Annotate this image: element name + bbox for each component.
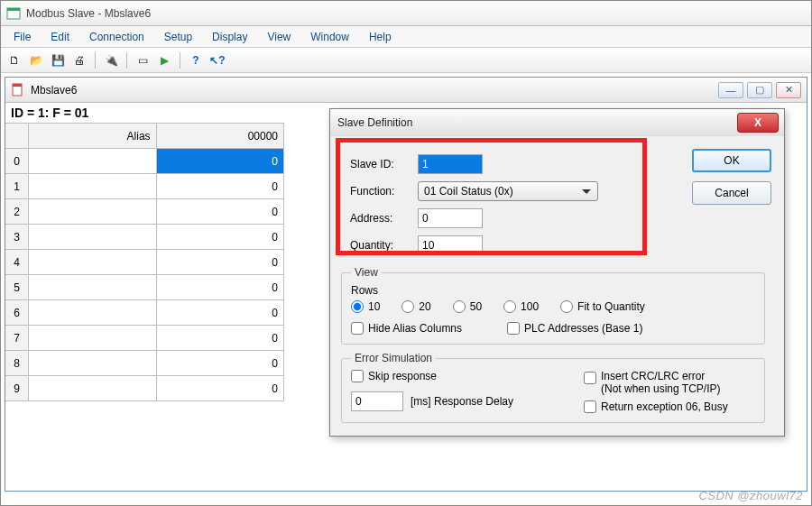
value-cell[interactable]: 0 — [156, 326, 283, 351]
col-value: 00000 — [156, 124, 283, 149]
rows-radio-100[interactable]: 100 — [503, 300, 539, 313]
toolbar-run-button[interactable] — [154, 51, 174, 70]
row-index: 2 — [5, 199, 29, 225]
alias-cell[interactable] — [29, 275, 156, 300]
alias-cell[interactable] — [29, 199, 156, 225]
error-legend: Error Simulation — [351, 352, 436, 364]
menu-view[interactable]: View — [258, 28, 300, 46]
insert-crc-checkbox[interactable]: Insert CRC/LRC error (Not when using TCP… — [584, 370, 728, 395]
menu-connection[interactable]: Connection — [80, 28, 153, 46]
rows-radio-fit[interactable]: Fit to Quantity — [560, 300, 645, 313]
value-cell[interactable]: 0 — [156, 149, 283, 174]
alias-cell[interactable] — [29, 300, 156, 326]
menu-file[interactable]: File — [5, 28, 40, 46]
maximize-button[interactable]: ▢ — [747, 82, 772, 98]
toolbar-separator — [126, 52, 127, 69]
table-row[interactable]: 8 0 — [5, 351, 284, 376]
cancel-button[interactable]: Cancel — [692, 181, 771, 205]
rows-radio-10[interactable]: 10 — [351, 300, 380, 313]
value-cell[interactable]: 0 — [156, 225, 283, 250]
menu-help[interactable]: Help — [360, 28, 401, 46]
doc-titlebar: Mbslave6 — ▢ ✕ — [5, 78, 807, 103]
value-cell[interactable]: 0 — [156, 174, 283, 199]
toolbar-open-button[interactable] — [26, 51, 46, 70]
function-label: Function: — [350, 185, 418, 198]
toolbar-print-button[interactable] — [69, 51, 89, 70]
table-row[interactable]: 9 0 — [5, 376, 284, 401]
doc-title: Mbslave6 — [31, 84, 77, 97]
toolbar-new-button[interactable] — [5, 51, 24, 70]
table-row[interactable]: 0 0 — [5, 149, 284, 174]
toolbar-separator — [180, 52, 180, 69]
view-group: View Rows 10 20 50 100 Fit to Quantity H… — [341, 266, 765, 345]
rows-radio-20[interactable]: 20 — [401, 300, 430, 313]
svg-rect-3 — [13, 84, 22, 87]
ok-button[interactable]: OK — [692, 149, 771, 172]
window-icon — [138, 54, 148, 67]
table-row[interactable]: 1 0 — [5, 174, 284, 199]
close-button[interactable]: ✕ — [776, 82, 801, 98]
quantity-input[interactable] — [418, 235, 483, 255]
function-combobox[interactable]: 01 Coil Status (0x) — [418, 181, 598, 201]
table-row[interactable]: 5 0 — [5, 275, 284, 300]
menu-display[interactable]: Display — [203, 28, 256, 46]
row-index: 9 — [5, 376, 29, 401]
register-table[interactable]: Alias 000000 01 02 03 04 05 06 07 08 09 … — [5, 123, 284, 401]
skip-response-checkbox[interactable]: Skip response — [351, 370, 567, 382]
toolbar-help-button[interactable] — [186, 51, 206, 70]
menu-window[interactable]: Window — [301, 28, 358, 46]
toolbar-connection-button[interactable] — [101, 51, 121, 70]
slave-definition-dialog: Slave Definition X OK Cancel Slave ID: F… — [329, 108, 785, 437]
toolbar-save-button[interactable] — [48, 51, 68, 70]
menu-edit[interactable]: Edit — [42, 28, 78, 46]
address-label: Address: — [350, 212, 418, 225]
col-alias: Alias — [29, 124, 156, 149]
rows-radio-50[interactable]: 50 — [453, 300, 482, 313]
view-legend: View — [351, 266, 382, 279]
toolbar-window-button[interactable] — [133, 51, 152, 70]
dialog-close-button[interactable]: X — [737, 113, 779, 133]
slave-id-input[interactable] — [418, 154, 483, 174]
row-index: 7 — [5, 326, 29, 351]
value-cell[interactable]: 0 — [156, 250, 283, 275]
row-index: 0 — [5, 149, 29, 174]
table-row[interactable]: 2 0 — [5, 199, 284, 225]
hide-alias-checkbox[interactable]: Hide Alias Columns — [351, 322, 462, 335]
svg-rect-1 — [7, 8, 20, 11]
alias-cell[interactable] — [29, 225, 156, 250]
alias-cell[interactable] — [29, 250, 156, 275]
connection-icon — [105, 54, 118, 67]
response-delay-input[interactable] — [351, 391, 403, 411]
toolbar-separator — [95, 52, 96, 69]
value-cell[interactable]: 0 — [156, 351, 283, 376]
table-row[interactable]: 4 0 — [5, 250, 284, 275]
row-index: 4 — [5, 250, 29, 275]
alias-cell[interactable] — [29, 326, 156, 351]
quantity-label: Quantity: — [350, 239, 418, 252]
return-exception-checkbox[interactable]: Return exception 06, Busy — [584, 400, 728, 413]
plc-addresses-checkbox[interactable]: PLC Addresses (Base 1) — [507, 322, 642, 335]
table-row[interactable]: 7 0 — [5, 326, 284, 351]
alias-cell[interactable] — [29, 174, 156, 199]
toolbar-whats-this-button[interactable] — [208, 51, 227, 70]
alias-cell[interactable] — [29, 376, 156, 401]
watermark: CSDN @zhouwl72 — [698, 489, 803, 502]
open-icon — [30, 54, 43, 67]
alias-cell[interactable] — [29, 149, 156, 174]
table-row[interactable]: 3 0 — [5, 225, 284, 250]
value-cell[interactable]: 0 — [156, 376, 283, 401]
row-index: 8 — [5, 351, 29, 376]
alias-cell[interactable] — [29, 351, 156, 376]
value-cell[interactable]: 0 — [156, 275, 283, 300]
table-row[interactable]: 6 0 — [5, 300, 284, 326]
response-delay-label: [ms] Response Delay — [411, 395, 513, 408]
value-cell[interactable]: 0 — [156, 199, 283, 225]
row-index: 5 — [5, 275, 29, 300]
save-icon — [51, 54, 65, 67]
menu-setup[interactable]: Setup — [155, 28, 201, 46]
dialog-titlebar: Slave Definition X — [330, 109, 784, 136]
print-icon — [74, 54, 85, 67]
value-cell[interactable]: 0 — [156, 300, 283, 326]
minimize-button[interactable]: — — [718, 82, 743, 98]
address-input[interactable] — [418, 208, 483, 228]
